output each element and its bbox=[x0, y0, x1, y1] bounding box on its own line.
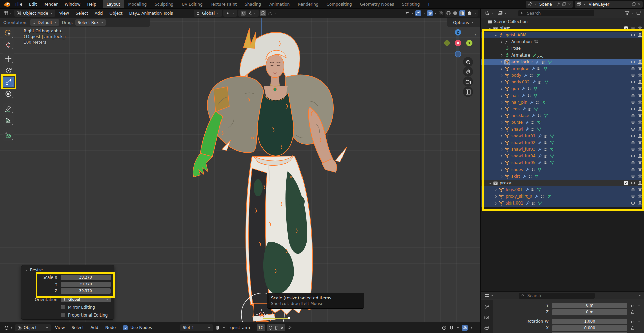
menu-select[interactable]: Select bbox=[68, 323, 87, 332]
pan-button[interactable] bbox=[463, 67, 473, 77]
lock-open-icon[interactable] bbox=[630, 319, 635, 324]
modifier-icon[interactable] bbox=[544, 161, 548, 165]
tab-compositing[interactable]: Compositing bbox=[322, 0, 356, 8]
chevron-right-icon[interactable] bbox=[500, 134, 504, 138]
modifier-icon[interactable] bbox=[540, 194, 545, 199]
tool-add-cube[interactable] bbox=[3, 130, 14, 141]
eye-toggle-icon[interactable] bbox=[631, 60, 635, 64]
camera-toggle-icon[interactable] bbox=[638, 201, 642, 206]
wrench-icon[interactable] bbox=[522, 174, 527, 179]
orientation-dropdown[interactable]: Global bbox=[61, 297, 111, 302]
editor-type-button[interactable] bbox=[483, 11, 495, 16]
viewlayer-selector[interactable]: ViewLayer bbox=[575, 1, 643, 8]
eye-toggle-icon[interactable] bbox=[631, 147, 635, 152]
chevron-right-icon[interactable] bbox=[500, 67, 504, 71]
zoom-button[interactable] bbox=[463, 57, 473, 67]
menu-select[interactable]: Select bbox=[72, 9, 91, 18]
outliner-row-skirt[interactable]: skirt bbox=[481, 173, 644, 180]
camera-toggle-icon[interactable] bbox=[638, 93, 642, 98]
wrench-icon[interactable] bbox=[525, 168, 530, 172]
tool-measure[interactable] bbox=[3, 115, 14, 126]
meshdata-icon[interactable] bbox=[550, 147, 554, 152]
animate-dot-icon[interactable] bbox=[637, 310, 641, 314]
eye-toggle-icon[interactable] bbox=[631, 134, 635, 138]
meshdata-icon[interactable] bbox=[538, 201, 542, 206]
scale-value-field[interactable]: 39.370 bbox=[61, 288, 111, 294]
tool-scale[interactable] bbox=[3, 77, 14, 87]
meshdata-icon[interactable] bbox=[544, 114, 548, 118]
use-nodes-checkbox[interactable] bbox=[123, 325, 128, 330]
wrench-icon[interactable] bbox=[538, 134, 542, 138]
wrench-icon[interactable] bbox=[530, 100, 534, 105]
tool-select-box[interactable] bbox=[3, 28, 14, 39]
outliner-row-geist-arm[interactable]: geist_ARM bbox=[481, 32, 644, 38]
proportional-editing-checkbox[interactable] bbox=[61, 313, 65, 317]
sidebar-collapse-arrow[interactable]: ‹ bbox=[475, 32, 476, 37]
modifier-icon[interactable] bbox=[541, 60, 546, 64]
tab-sculpting[interactable]: Sculpting bbox=[151, 0, 177, 8]
tool-rotate[interactable] bbox=[3, 65, 14, 76]
menu-render[interactable]: Render bbox=[40, 0, 61, 9]
chevron-right-icon[interactable] bbox=[500, 114, 504, 118]
modifier-icon[interactable] bbox=[532, 201, 536, 206]
material-users-count[interactable]: 10 bbox=[257, 324, 265, 331]
wrench-icon[interactable] bbox=[521, 94, 526, 98]
outliner-row-arm-lock-r[interactable]: arm_lock_r bbox=[481, 59, 644, 65]
camera-toggle-icon[interactable] bbox=[638, 160, 642, 165]
meshdata-icon[interactable] bbox=[537, 120, 541, 125]
wrench-icon[interactable] bbox=[531, 114, 536, 118]
eye-toggle-icon[interactable] bbox=[631, 33, 635, 37]
camera-toggle-icon[interactable] bbox=[638, 134, 642, 138]
camera-toggle-icon[interactable] bbox=[638, 120, 642, 125]
axis-neg-z-ball[interactable] bbox=[455, 51, 461, 57]
outliner-row-gun[interactable]: gun bbox=[481, 85, 644, 92]
camera-toggle-icon[interactable] bbox=[638, 26, 642, 31]
modifier-icon[interactable] bbox=[544, 141, 548, 145]
chevron-right-icon[interactable] bbox=[494, 188, 498, 192]
display-mode-button[interactable] bbox=[496, 11, 508, 16]
snap-magnet-icon[interactable] bbox=[449, 325, 454, 330]
modifier-icon[interactable] bbox=[537, 114, 542, 118]
camera-toggle-icon[interactable] bbox=[638, 60, 642, 64]
animate-dot-icon[interactable] bbox=[637, 304, 641, 307]
properties-search[interactable] bbox=[519, 293, 595, 299]
modifier-icon[interactable] bbox=[544, 147, 548, 152]
modifier-icon[interactable] bbox=[528, 107, 532, 111]
navigation-gizmo[interactable]: Z Y X bbox=[443, 28, 473, 58]
menu-view[interactable]: View bbox=[56, 9, 72, 18]
bone-icon[interactable] bbox=[532, 53, 537, 58]
menu-add[interactable]: Add bbox=[91, 9, 106, 18]
tool-move[interactable] bbox=[3, 53, 14, 64]
wrench-icon[interactable] bbox=[525, 188, 529, 192]
chevron-right-icon[interactable] bbox=[500, 87, 504, 91]
meshdata-icon[interactable] bbox=[547, 194, 551, 199]
modifier-icon[interactable] bbox=[531, 120, 535, 125]
overlays-toggle[interactable] bbox=[462, 325, 468, 331]
meshdata-icon[interactable] bbox=[537, 127, 541, 132]
modifier-icon[interactable] bbox=[544, 154, 548, 158]
tab-modeling[interactable]: Modeling bbox=[124, 0, 151, 8]
outliner-row-legs[interactable]: legs bbox=[481, 106, 644, 112]
camera-toggle-icon[interactable] bbox=[638, 174, 642, 179]
wireframe-shading-icon[interactable] bbox=[446, 11, 451, 16]
wrench-icon[interactable] bbox=[526, 201, 530, 206]
lock-open-icon[interactable] bbox=[630, 303, 635, 308]
close-icon[interactable] bbox=[637, 2, 641, 6]
editor-type-button[interactable] bbox=[3, 325, 14, 330]
new-collection-icon[interactable] bbox=[636, 11, 641, 16]
camera-toggle-icon[interactable] bbox=[638, 147, 642, 152]
unlink-material-icon[interactable] bbox=[280, 326, 284, 330]
preview-icon[interactable] bbox=[442, 325, 447, 330]
modifier-icon[interactable] bbox=[536, 100, 540, 105]
modifier-icon[interactable] bbox=[537, 67, 541, 71]
tab-rendering[interactable]: Rendering bbox=[294, 0, 322, 8]
tab-texture-paint[interactable]: Texture Paint bbox=[207, 0, 241, 8]
wrench-icon[interactable] bbox=[532, 80, 536, 84]
menu-add[interactable]: Add bbox=[87, 323, 102, 332]
camera-toggle-icon[interactable] bbox=[638, 127, 642, 132]
tab-render[interactable] bbox=[484, 315, 489, 320]
outliner-row-shawl-fur04[interactable]: shawl_fur04 bbox=[481, 153, 644, 159]
eye-toggle-icon[interactable] bbox=[631, 93, 635, 98]
meshdata-icon[interactable] bbox=[550, 141, 554, 145]
tab-scripting[interactable]: Scripting bbox=[398, 0, 424, 8]
